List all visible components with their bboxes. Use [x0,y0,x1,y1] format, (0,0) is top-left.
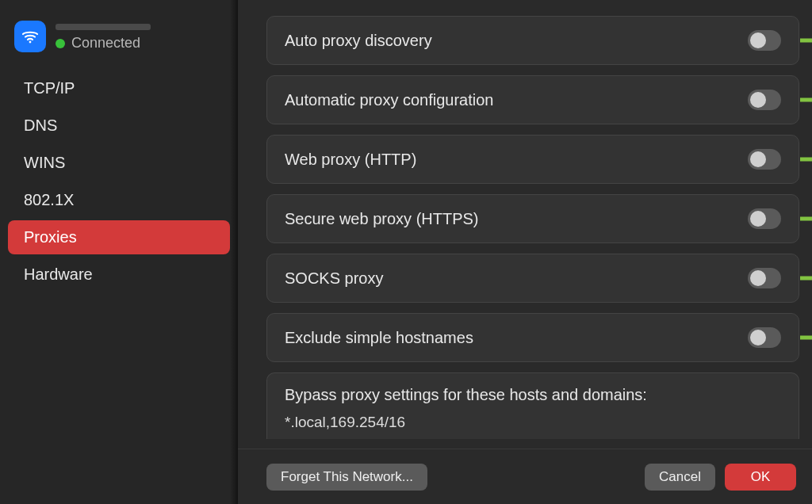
sidebar-item-dns[interactable]: DNS [8,109,230,143]
main-panel: Auto proxy discovery Automatic proxy con… [238,0,812,504]
sidebar: Connected TCP/IP DNS WINS 802.1X Proxies… [0,0,238,504]
sidebar-item-hardware[interactable]: Hardware [8,258,230,292]
row-label: Exclude simple hostnames [285,329,473,347]
annotation-arrow-icon [800,211,812,227]
row-web-proxy-http: Web proxy (HTTP) [266,135,799,184]
toggle-auto-proxy-discovery[interactable] [748,30,781,51]
network-name-redacted [56,24,151,30]
annotation-arrow-icon [800,32,812,48]
proxy-settings-content: Auto proxy discovery Automatic proxy con… [238,0,812,449]
toggle-socks-proxy[interactable] [748,268,781,288]
annotation-arrow-icon [800,151,812,167]
annotation-arrow-icon [800,330,812,346]
bypass-value[interactable]: *.local,169.254/16 [285,414,781,431]
sidebar-item-proxies[interactable]: Proxies [8,220,230,254]
row-socks-proxy: SOCKS proxy [266,254,799,303]
row-label: Web proxy (HTTP) [285,151,416,169]
wifi-icon [14,21,46,52]
bypass-title: Bypass proxy settings for these hosts an… [285,386,781,404]
sidebar-items: TCP/IP DNS WINS 802.1X Proxies Hardware [0,70,238,293]
sidebar-item-label: WINS [24,154,65,171]
cancel-button[interactable]: Cancel [645,464,715,491]
connection-status: Connected [56,35,151,52]
forget-network-button[interactable]: Forget This Network... [266,464,427,491]
footer: Forget This Network... Cancel OK [238,449,812,504]
network-header: Connected [0,14,238,70]
sidebar-item-label: Proxies [24,228,77,246]
row-label: Secure web proxy (HTTPS) [285,210,479,228]
row-label: Auto proxy discovery [285,32,432,50]
row-label: Automatic proxy configuration [285,91,493,109]
sidebar-item-8021x[interactable]: 802.1X [8,183,230,217]
sidebar-item-tcpip[interactable]: TCP/IP [8,71,230,105]
sidebar-item-label: Hardware [24,265,93,283]
sidebar-item-label: TCP/IP [24,79,75,97]
row-auto-proxy-discovery: Auto proxy discovery [266,16,799,65]
sidebar-item-wins[interactable]: WINS [8,146,230,180]
annotation-arrow-icon [800,270,812,286]
toggle-web-proxy-http[interactable] [748,149,781,170]
network-header-text: Connected [56,21,151,52]
sidebar-item-label: 802.1X [24,191,74,208]
annotation-arrow-icon [800,92,812,108]
row-secure-web-proxy-https: Secure web proxy (HTTPS) [266,194,799,243]
status-dot-icon [56,39,65,48]
toggle-automatic-proxy-config[interactable] [748,90,781,110]
toggle-exclude-simple-hostnames[interactable] [748,327,781,348]
toggle-secure-web-proxy-https[interactable] [748,208,781,229]
status-text: Connected [71,35,140,52]
row-label: SOCKS proxy [285,269,383,288]
svg-point-0 [29,41,32,44]
row-automatic-proxy-config: Automatic proxy configuration [266,75,799,124]
ok-button[interactable]: OK [725,464,796,491]
row-exclude-simple-hostnames: Exclude simple hostnames [266,313,799,362]
proxy-toggle-list: Auto proxy discovery Automatic proxy con… [266,16,799,362]
sidebar-item-label: DNS [24,116,57,134]
bypass-panel: Bypass proxy settings for these hosts an… [266,372,799,439]
